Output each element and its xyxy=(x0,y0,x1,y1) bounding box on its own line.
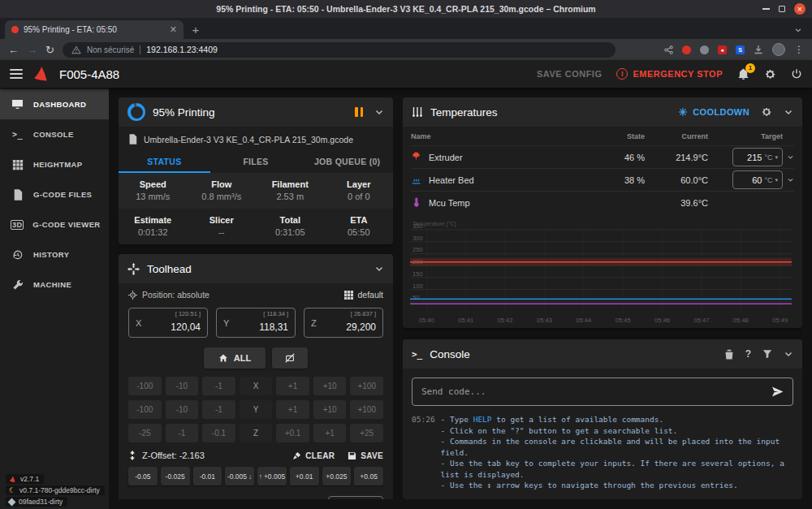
tab-files[interactable]: FILES xyxy=(210,150,302,173)
sidebar-item-heightmap[interactable]: HEIGHTMAP xyxy=(0,149,109,179)
tab-job-queue[interactable]: JOB QUEUE (0) xyxy=(301,150,393,173)
not-secure-warning-icon[interactable] xyxy=(71,45,81,54)
collapse-chevron-icon[interactable] xyxy=(374,107,384,117)
status-tabs: STATUS FILES JOB QUEUE (0) xyxy=(119,150,393,173)
axis-y-field[interactable]: Y [ 118.34 ] 118,31 xyxy=(216,308,296,338)
jog-button[interactable]: -10 xyxy=(166,400,199,419)
collapse-chevron-icon[interactable] xyxy=(784,349,793,359)
forward-icon[interactable]: → xyxy=(27,45,37,55)
send-icon[interactable] xyxy=(771,386,784,397)
cooldown-button[interactable]: COOLDOWN xyxy=(678,107,749,117)
jog-button[interactable]: -1 xyxy=(202,400,235,419)
tab-search-chevron-icon[interactable] xyxy=(794,26,807,39)
browser-tab[interactable]: 95% Printing - ETA: 05:50 ✕ xyxy=(5,20,184,39)
target-select[interactable]: 215 °C ▾ xyxy=(732,148,783,166)
z-offset-clear-button[interactable]: CLEAR xyxy=(292,451,335,460)
z-offset-step-button[interactable]: -0.025 xyxy=(161,467,190,485)
reload-icon[interactable]: ↻ xyxy=(45,45,54,55)
temp-settings-gear-icon[interactable] xyxy=(761,106,772,118)
z-offset-save-button[interactable]: SAVE xyxy=(348,451,383,460)
extension-s-icon[interactable]: S xyxy=(736,45,745,54)
axis-x-field[interactable]: X [ 120.51 ] 120,04 xyxy=(128,308,208,338)
jog-button[interactable]: +100 xyxy=(350,377,383,395)
sidebar-item-history[interactable]: HISTORY xyxy=(0,239,109,270)
sidebar-item-machine[interactable]: MACHINE xyxy=(0,270,109,300)
maximize-icon[interactable] xyxy=(779,6,785,12)
z-offset-step-button[interactable]: +0.05 xyxy=(354,467,383,485)
jog-button[interactable]: -100 xyxy=(128,400,162,419)
profile-avatar[interactable] xyxy=(772,43,785,56)
home-all-button[interactable]: ALL xyxy=(204,347,266,369)
share-icon[interactable] xyxy=(664,45,673,54)
close-icon[interactable]: × xyxy=(794,3,806,15)
jog-button[interactable]: +10 xyxy=(313,377,347,395)
emergency-stop-button[interactable]: ! EMERGENCY STOP xyxy=(616,68,723,80)
speed-factor-input[interactable]: 100 % xyxy=(328,496,383,499)
collapse-chevron-icon[interactable] xyxy=(784,107,793,117)
sidebar-item-label: HISTORY xyxy=(33,250,70,259)
power-icon[interactable] xyxy=(791,68,802,80)
trash-icon[interactable] xyxy=(724,349,734,360)
jog-button[interactable]: +1 xyxy=(276,377,309,395)
sidebar-item-console[interactable]: >_ CONSOLE xyxy=(0,119,109,149)
z-offset-step-button[interactable]: -0.05 xyxy=(128,467,158,485)
sidebar-item-gcode-viewer[interactable]: 3D G-CODE VIEWER xyxy=(0,209,109,239)
extension-gray-icon[interactable] xyxy=(700,45,709,54)
z-offset-step-button[interactable]: +0.01 xyxy=(290,467,319,485)
z-offset-step-button[interactable]: +0.025 xyxy=(322,467,352,485)
settings-gear-icon[interactable] xyxy=(764,68,776,80)
back-icon[interactable]: ← xyxy=(8,45,19,55)
hamburger-menu-icon[interactable] xyxy=(10,69,23,79)
z-offset-step-down-button[interactable]: -0.005↓ xyxy=(225,467,254,485)
jog-button[interactable]: +0.1 xyxy=(276,424,309,442)
filter-icon[interactable] xyxy=(762,349,772,359)
jog-button[interactable]: -1 xyxy=(202,377,235,395)
tab-status[interactable]: STATUS xyxy=(119,150,210,173)
browser-menu-icon[interactable]: ⋮ xyxy=(794,44,804,55)
temp-row-extruder[interactable]: Extruder 46 % 214.9°C 215 °C ▾ xyxy=(411,145,794,168)
extension-badge-icon[interactable]: ● xyxy=(718,45,727,54)
notification-badge: 1 xyxy=(745,63,755,73)
address-bar[interactable]: Non sécurisé 192.168.1.23:4409 xyxy=(63,42,615,58)
jog-button[interactable]: -0.1 xyxy=(202,424,235,442)
minimize-icon[interactable] xyxy=(762,8,770,10)
console-title: Console xyxy=(430,348,470,360)
target-select[interactable]: 60 °C ▾ xyxy=(732,170,783,189)
sidebar-item-gcode-files[interactable]: G-CODE FILES xyxy=(0,179,109,209)
row-expand-chevron-icon[interactable] xyxy=(783,176,794,183)
bed-mesh-default-button[interactable]: default xyxy=(344,290,383,300)
jog-button[interactable]: -10 xyxy=(166,377,199,395)
console-input[interactable] xyxy=(421,386,765,397)
jog-button[interactable]: +1 xyxy=(276,400,309,419)
collapse-chevron-icon[interactable] xyxy=(374,264,384,274)
help-command-link[interactable]: HELP xyxy=(473,415,492,424)
axis-z-field[interactable]: Z [ 26.837 ] 29,200 xyxy=(304,308,383,338)
extension-red-icon[interactable] xyxy=(682,45,691,54)
tab-close-icon[interactable]: ✕ xyxy=(170,25,177,34)
jog-button[interactable]: -100 xyxy=(128,377,162,395)
new-tab-button[interactable]: + xyxy=(187,20,205,38)
heater-current: 214.9°C xyxy=(645,153,708,162)
sidebar-item-dashboard[interactable]: DASHBOARD xyxy=(0,89,109,119)
jog-button[interactable]: -1 xyxy=(166,424,199,442)
temp-row-heater-bed[interactable]: Heater Bed 38 % 60.0°C 60 °C ▾ xyxy=(411,168,794,191)
download-icon[interactable] xyxy=(754,45,763,54)
emergency-stop-label: EMERGENCY STOP xyxy=(633,69,723,79)
jog-button[interactable]: +10 xyxy=(313,400,347,419)
jog-button[interactable]: +1 xyxy=(313,424,347,442)
z-offset-step-button[interactable]: -0.01 xyxy=(193,467,222,485)
notifications-button[interactable]: 1 xyxy=(737,68,749,80)
svg-text:05:48: 05:48 xyxy=(733,317,749,324)
sidebar-item-label: G-CODE FILES xyxy=(33,190,92,199)
row-expand-chevron-icon[interactable] xyxy=(783,153,794,161)
jog-button[interactable]: -25 xyxy=(128,424,162,442)
pause-button[interactable] xyxy=(355,107,363,117)
jog-button[interactable]: +25 xyxy=(350,424,383,442)
jog-button[interactable]: +100 xyxy=(350,400,383,419)
help-icon[interactable]: ? xyxy=(745,348,751,360)
app-navbar: F005-4A88 SAVE CONFIG ! EMERGENCY STOP 1 xyxy=(0,60,812,88)
z-offset-step-up-button[interactable]: ↑+0.005 xyxy=(257,467,287,485)
temp-row-mcu[interactable]: Mcu Temp 39.6°C xyxy=(411,191,794,214)
save-config-button[interactable]: SAVE CONFIG xyxy=(537,69,602,79)
motors-off-button[interactable] xyxy=(272,347,308,369)
